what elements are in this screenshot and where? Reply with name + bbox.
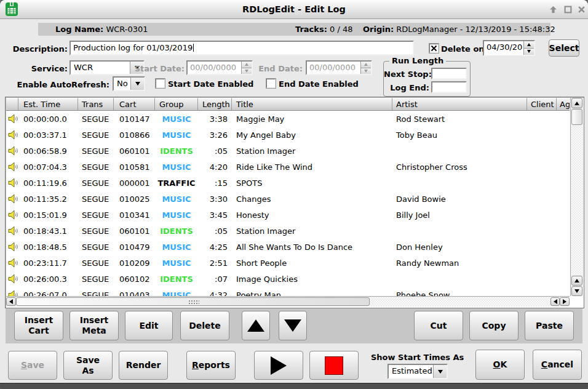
- title-bar[interactable]: RDLogEdit - Edit Log: [0, 0, 588, 19]
- date-spin-up[interactable]: [524, 41, 534, 48]
- column-header-length[interactable]: Length: [198, 98, 232, 111]
- vertical-scrollbar-thumb[interactable]: [571, 109, 582, 125]
- end-date-enabled-checkbox[interactable]: [266, 79, 276, 88]
- edit-button[interactable]: Edit: [125, 311, 173, 340]
- cell-trans: SEGUE: [78, 162, 114, 172]
- shade-window-icon[interactable]: [549, 5, 558, 14]
- cell-length: 3:38: [198, 114, 232, 124]
- cell-est-time: 00:26:07.0: [18, 291, 78, 297]
- column-header-est[interactable]: Est. Time: [18, 98, 78, 111]
- start-date-enabled-checkbox[interactable]: [156, 79, 165, 88]
- service-label: Service:: [0, 63, 68, 74]
- scroll-up-icon[interactable]: [571, 98, 582, 108]
- show-start-times-combobox[interactable]: Estimated: [387, 364, 448, 379]
- table-row[interactable]: 00:11:19.6 SEGUE 000001 TRAFFIC :15 SPOT…: [6, 175, 570, 191]
- play-button[interactable]: [254, 351, 303, 380]
- cell-length: 4:25: [198, 243, 232, 252]
- speaker-icon: [6, 242, 18, 252]
- stop-button[interactable]: [309, 351, 359, 380]
- speaker-icon: [6, 114, 18, 124]
- horizontal-scrollbar[interactable]: [6, 296, 570, 307]
- cell-title: Station Imager: [232, 146, 392, 156]
- cell-group: MUSIC: [155, 291, 198, 297]
- cut-button[interactable]: Cut: [414, 311, 463, 340]
- table-row[interactable]: 00:26:07.0 SEGUE 010403 MUSIC 4:32 Poetr…: [6, 287, 570, 296]
- table-row[interactable]: 00:07:04.3 SEGUE 010581 MUSIC 4:20 Ride …: [6, 159, 570, 175]
- speaker-icon: [6, 178, 18, 188]
- speaker-icon: [6, 226, 18, 236]
- column-header-icon[interactable]: [6, 98, 18, 111]
- description-input[interactable]: Production log for 01/03/2019: [70, 41, 414, 55]
- scroll-left-icon[interactable]: [6, 297, 16, 306]
- render-button[interactable]: Render: [119, 351, 168, 380]
- table-row[interactable]: 00:00:00.0 SEGUE 010147 MUSIC 3:38 Maggi…: [6, 111, 570, 127]
- autorefresh-combobox[interactable]: No: [113, 76, 145, 91]
- table-row[interactable]: 00:18:43.1 SEGUE 060101 IDENTS :05 Stati…: [6, 223, 570, 239]
- log-name: Log Name: WCR-0301: [55, 23, 148, 36]
- log-info-bar: Log Name: WCR-0301 Tracks: 0 / 48 Origin…: [38, 23, 550, 36]
- insert-cart-button[interactable]: Insert Cart: [14, 311, 63, 340]
- cell-artist: Christopher Cross: [392, 162, 527, 172]
- cell-trans: SEGUE: [78, 291, 114, 297]
- close-window-icon[interactable]: [577, 5, 586, 14]
- speaker-icon: [6, 210, 18, 220]
- cell-title: Short People: [232, 259, 392, 268]
- reports-button[interactable]: Reports: [186, 351, 236, 380]
- cell-trans: SEGUE: [78, 130, 114, 140]
- column-header-cart[interactable]: Cart: [114, 98, 155, 111]
- table-row[interactable]: 00:26:00.3 SEGUE 060102 IDENTS :07 Image…: [6, 271, 570, 287]
- run-length-title: Run Length: [389, 56, 446, 65]
- text-caret: [193, 44, 194, 52]
- horizontal-scrollbar-thumb[interactable]: [16, 297, 370, 306]
- scroll-up-icon[interactable]: [571, 276, 582, 286]
- autorefresh-label: Enable AutoRefresh:: [0, 79, 109, 90]
- cancel-button[interactable]: Cancel: [533, 350, 582, 380]
- vertical-scrollbar-track[interactable]: [571, 126, 582, 275]
- table-row[interactable]: 00:03:37.1 SEGUE 010866 MUSIC 3:26 My An…: [6, 127, 570, 143]
- scroll-left-icon[interactable]: [550, 297, 560, 306]
- maximize-window-icon[interactable]: [563, 5, 573, 14]
- ok-button[interactable]: OK: [475, 350, 525, 380]
- speaker-icon: [6, 130, 18, 140]
- cell-trans: SEGUE: [78, 259, 114, 268]
- cell-cart: 060102: [114, 275, 155, 284]
- cell-cart: 010341: [114, 211, 155, 220]
- paste-button[interactable]: Paste: [525, 311, 574, 340]
- delete-button[interactable]: Delete: [180, 311, 229, 340]
- select-date-button[interactable]: Select: [549, 39, 579, 57]
- window-title: RDLogEdit - Edit Log: [0, 0, 588, 18]
- cell-artist: Randy Newman: [392, 259, 527, 268]
- move-up-button[interactable]: [242, 311, 270, 340]
- column-header-artist[interactable]: Artist: [392, 98, 527, 111]
- move-down-button[interactable]: [279, 311, 307, 340]
- scroll-right-icon[interactable]: [560, 297, 570, 306]
- column-header-group[interactable]: Group: [155, 98, 198, 111]
- vertical-scrollbar[interactable]: [570, 98, 583, 296]
- table-row[interactable]: 00:18:48.5 SEGUE 010479 MUSIC 4:25 All S…: [6, 239, 570, 255]
- cell-length: :07: [198, 275, 232, 284]
- end-date-spinbox: 00/00/0000: [306, 60, 372, 75]
- insert-meta-button[interactable]: Insert Meta: [70, 311, 119, 340]
- delete-on-checkbox[interactable]: [429, 44, 439, 53]
- start-date-enabled-label: Start Date Enabled: [168, 79, 253, 90]
- log-table: Est. TimeTransCartGroupLengthTitleArtist…: [5, 97, 584, 308]
- horizontal-scrollbar-track[interactable]: [370, 297, 550, 306]
- save-button[interactable]: Save: [8, 351, 57, 380]
- chevron-down-icon: [433, 365, 447, 378]
- cell-cart: 010866: [114, 130, 155, 140]
- save-as-button[interactable]: Save As: [63, 351, 113, 380]
- table-row[interactable]: 00:11:35.2 SEGUE 010025 MUSIC 3:30 Chang…: [6, 191, 570, 207]
- table-row[interactable]: 00:23:11.7 SEGUE 010209 MUSIC 2:51 Short…: [6, 255, 570, 271]
- column-header-trans[interactable]: Trans: [78, 98, 114, 111]
- copy-button[interactable]: Copy: [469, 311, 518, 340]
- table-row[interactable]: 00:06:58.9 SEGUE 060101 IDENTS :05 Stati…: [6, 143, 570, 159]
- column-header-title[interactable]: Title: [232, 98, 392, 111]
- column-header-age[interactable]: Agency: [557, 98, 570, 111]
- table-row[interactable]: 00:15:01.9 SEGUE 010341 MUSIC 3:45 Hones…: [6, 207, 570, 223]
- delete-date-spinbox[interactable]: 04/30/2019: [483, 40, 535, 56]
- scroll-down-icon[interactable]: [571, 286, 582, 296]
- cell-group: MUSIC: [155, 243, 198, 252]
- date-spin-down[interactable]: [524, 48, 534, 55]
- cell-artist: Rod Stewart: [392, 114, 527, 124]
- column-header-client[interactable]: Client: [527, 98, 557, 111]
